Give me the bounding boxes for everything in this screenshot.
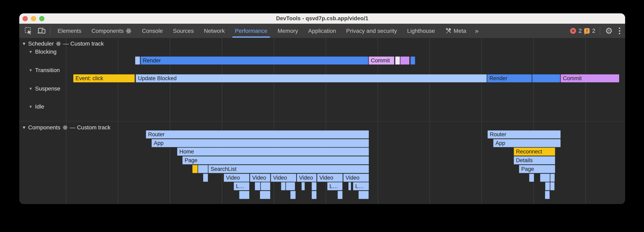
flame-bar-render[interactable]: Render bbox=[487, 74, 532, 82]
flame-bar-router[interactable]: Router bbox=[488, 130, 560, 138]
flame-bar-video[interactable]: Video bbox=[224, 174, 249, 182]
flame-bar[interactable] bbox=[290, 191, 296, 199]
flame-bar-update-blocked[interactable]: Update Blocked bbox=[136, 74, 487, 82]
track-separator bbox=[19, 121, 625, 121]
lane-label-suspense[interactable]: ▼ Suspense bbox=[28, 85, 60, 92]
flame-bar-commit[interactable]: Commit bbox=[369, 56, 394, 65]
tab-meta[interactable]: Meta bbox=[440, 24, 471, 38]
flame-bar-home[interactable]: Home bbox=[177, 148, 369, 156]
flame-bar[interactable] bbox=[550, 182, 554, 190]
flame-bar-page[interactable]: Page bbox=[182, 156, 369, 164]
flame-bar-app[interactable]: App bbox=[152, 139, 369, 147]
tab-sources[interactable]: Sources bbox=[168, 24, 199, 38]
collapse-triangle-icon[interactable]: ▼ bbox=[28, 87, 33, 91]
tab-privacy[interactable]: Privacy and security bbox=[341, 24, 402, 38]
flame-bar[interactable] bbox=[203, 174, 208, 182]
kebab-menu-icon[interactable] bbox=[616, 27, 624, 34]
toolbar-divider bbox=[50, 27, 50, 35]
inspect-icon[interactable] bbox=[22, 24, 35, 38]
panel-tabs: ElementsComponents ConsoleSourcesNetwork… bbox=[52, 24, 471, 38]
collapse-triangle-icon[interactable]: ▼ bbox=[28, 68, 33, 73]
collapse-triangle-icon[interactable]: ▼ bbox=[28, 50, 33, 54]
flame-bar[interactable] bbox=[338, 191, 342, 199]
flame-bar-video[interactable]: Video bbox=[271, 174, 296, 182]
lane-name: Blocking bbox=[35, 49, 56, 55]
flame-bar-router[interactable]: Router bbox=[146, 130, 369, 138]
flame-bar-reconnect[interactable]: Reconnect bbox=[514, 148, 555, 156]
flame-bar[interactable] bbox=[545, 182, 550, 190]
flame-bar-page[interactable]: Page bbox=[519, 165, 555, 173]
flame-bar[interactable] bbox=[281, 182, 286, 190]
tab-label: Components bbox=[92, 28, 124, 34]
flame-bar-commit[interactable]: Commit bbox=[560, 74, 619, 82]
flame-bar[interactable] bbox=[286, 182, 295, 190]
track-header-components[interactable]: ▼ Components — Custom track bbox=[22, 124, 110, 131]
tab-console[interactable]: Console bbox=[137, 24, 168, 38]
warning-count: 2 bbox=[592, 27, 595, 34]
flame-bar[interactable] bbox=[302, 182, 305, 190]
collapse-triangle-icon[interactable]: ▼ bbox=[22, 41, 26, 46]
flame-bar-l[interactable]: L… bbox=[353, 182, 369, 190]
flame-bar[interactable] bbox=[348, 182, 351, 190]
flame-bar[interactable] bbox=[198, 165, 208, 173]
flame-bar[interactable] bbox=[135, 56, 140, 65]
flame-bar[interactable] bbox=[260, 191, 270, 199]
error-count: 2 bbox=[578, 27, 582, 34]
devtools-toolbar: ElementsComponents ConsoleSourcesNetwork… bbox=[19, 24, 625, 38]
flame-bar[interactable] bbox=[312, 191, 316, 199]
flame-bar[interactable] bbox=[550, 174, 555, 182]
tab-application[interactable]: Application bbox=[303, 24, 341, 38]
flame-bar-video[interactable]: Video bbox=[317, 174, 343, 182]
lane-label-blocking[interactable]: ▼ Blocking bbox=[28, 49, 56, 55]
warning-badge-icon[interactable]: ! bbox=[584, 28, 590, 34]
flame-bar-video[interactable]: Video bbox=[297, 174, 316, 182]
collapse-triangle-icon[interactable]: ▼ bbox=[22, 125, 26, 130]
flame-bar-render[interactable]: Render bbox=[140, 56, 368, 65]
lane-label-transition[interactable]: ▼ Transition bbox=[28, 67, 60, 74]
flame-bar-video[interactable]: Video bbox=[343, 174, 369, 182]
flame-bar[interactable] bbox=[261, 182, 270, 190]
flame-bar[interactable] bbox=[532, 74, 560, 82]
tab-label: Console bbox=[142, 28, 163, 34]
tab-label: Meta bbox=[454, 28, 466, 34]
collapse-triangle-icon[interactable]: ▼ bbox=[28, 105, 33, 109]
flame-bar[interactable] bbox=[395, 56, 400, 65]
flame-bar-l[interactable]: L… bbox=[327, 182, 342, 190]
devtools-window: DevTools - qsvd7p.csb.app/video/1 Elemen… bbox=[19, 13, 625, 204]
flame-bar[interactable] bbox=[540, 174, 550, 182]
flame-bar[interactable] bbox=[545, 191, 550, 199]
flame-bar-app[interactable]: App bbox=[493, 139, 560, 147]
gear-icon[interactable]: ⚙ bbox=[602, 27, 616, 35]
flame-bar[interactable] bbox=[358, 191, 369, 199]
flame-bar[interactable] bbox=[239, 191, 249, 199]
tab-label: Privacy and security bbox=[346, 28, 397, 34]
tab-performance[interactable]: Performance bbox=[230, 24, 272, 38]
flame-bar[interactable] bbox=[192, 165, 198, 173]
zoom-window-button[interactable] bbox=[39, 16, 44, 21]
flame-bar-l[interactable]: L… bbox=[234, 182, 249, 190]
flame-bar-event-click[interactable]: Event: click bbox=[73, 74, 135, 82]
tab-components[interactable]: Components bbox=[86, 24, 137, 38]
device-toolbar-icon[interactable] bbox=[35, 24, 48, 38]
track-header-scheduler[interactable]: ▼ Scheduler — Custom track bbox=[22, 40, 104, 47]
error-badge-icon[interactable]: × bbox=[570, 28, 576, 34]
tab-elements[interactable]: Elements bbox=[52, 24, 86, 38]
tab-memory[interactable]: Memory bbox=[272, 24, 303, 38]
close-window-button[interactable] bbox=[22, 16, 28, 21]
flame-bar-details[interactable]: Details bbox=[514, 156, 555, 164]
flame-bar[interactable] bbox=[410, 56, 415, 65]
more-tabs-button[interactable]: » bbox=[471, 27, 482, 35]
lane-label-idle[interactable]: ▼ Idle bbox=[28, 104, 44, 110]
flame-bar[interactable] bbox=[529, 174, 534, 182]
performance-timeline[interactable]: ▼ Scheduler — Custom track▼ Blocking▼ Tr… bbox=[19, 38, 625, 204]
flame-bar-video[interactable]: Video bbox=[250, 174, 270, 182]
flame-bar-searchlist[interactable]: SearchList bbox=[208, 165, 369, 173]
flame-bar[interactable] bbox=[255, 182, 260, 190]
flame-bar[interactable] bbox=[312, 182, 316, 190]
minimize-window-button[interactable] bbox=[31, 16, 36, 21]
tab-network[interactable]: Network bbox=[199, 24, 230, 38]
tab-label: Sources bbox=[173, 28, 194, 34]
flame-bar[interactable] bbox=[400, 56, 410, 65]
track-suffix: — Custom track bbox=[70, 124, 110, 131]
tab-lighthouse[interactable]: Lighthouse bbox=[402, 24, 440, 38]
